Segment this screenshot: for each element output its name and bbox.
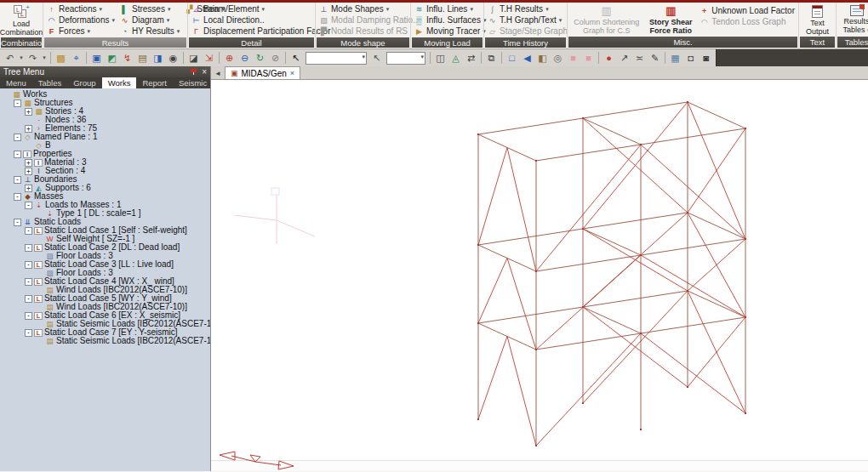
tree-item[interactable]: -⊥Boundaries	[0, 175, 210, 184]
mode-shapes-button[interactable]: ⊥Mode Shapes▾	[317, 3, 420, 14]
beam-member[interactable]	[583, 229, 641, 255]
model-canvas[interactable]	[211, 81, 868, 471]
diagram-button[interactable]: ∿Diagram▾	[118, 14, 181, 26]
tree-item[interactable]: -▦Structures	[0, 99, 210, 107]
th-graph-text-button[interactable]: ∿T.H Graph/Text▾	[486, 14, 569, 26]
th-results-button[interactable]: ∫T.H Results▾	[486, 3, 569, 14]
node-dot[interactable]	[582, 117, 584, 119]
undo-caret[interactable]: ▾	[18, 51, 25, 65]
collapse-icon[interactable]: -	[14, 176, 21, 184]
collapse-icon[interactable]: -	[14, 193, 21, 201]
pick-select-icon[interactable]: ↖	[369, 51, 384, 65]
node-dot[interactable]	[535, 270, 537, 272]
window-tile-icon[interactable]: ◫	[433, 51, 448, 65]
tree-item[interactable]: ∙Nodes : 36	[0, 116, 210, 124]
select-recent-icon[interactable]: ◉	[166, 51, 180, 65]
pin-icon[interactable]	[191, 69, 197, 75]
tree-item[interactable]: ▦Works	[0, 90, 210, 99]
beam-member[interactable]	[478, 229, 583, 245]
node-dot[interactable]	[745, 238, 746, 240]
collapse-icon[interactable]: -	[25, 202, 32, 209]
beam-element-button[interactable]: ⊿Beam/Element▾	[190, 3, 333, 14]
beam-member[interactable]	[583, 118, 641, 145]
collapse-icon[interactable]: -	[25, 278, 32, 286]
tree-tab-group[interactable]: Group	[67, 77, 101, 88]
displacement-participation-factor-button[interactable]: ΓDisplacement Participation Factor	[190, 26, 333, 37]
brace-member[interactable]	[478, 259, 507, 324]
dynamic-view-icon[interactable]: ↗	[617, 51, 631, 65]
expand-icon[interactable]: +	[25, 108, 32, 116]
node-dot[interactable]	[640, 144, 642, 145]
text-output-button[interactable]: Text Output	[801, 3, 834, 36]
node-dot[interactable]	[535, 349, 537, 350]
query-table-icon[interactable]: ▦	[668, 51, 682, 65]
select-window-icon[interactable]: ▣	[89, 51, 104, 65]
tree-close-icon[interactable]: ×	[202, 66, 207, 77]
shrink-icon[interactable]: ◀	[520, 51, 534, 65]
rotate-icon[interactable]: ↻	[253, 51, 267, 65]
iso-view-icon[interactable]: ◬	[448, 51, 463, 65]
tree-item[interactable]: +IMaterial : 3	[0, 158, 210, 167]
node-dot[interactable]	[687, 101, 688, 103]
brace-member[interactable]	[507, 148, 536, 272]
select-volume-icon[interactable]: ◨	[151, 51, 165, 65]
display-option-icon[interactable]: ■	[566, 51, 580, 65]
select-intersect-icon[interactable]: ↯	[120, 51, 134, 65]
forces-button[interactable]: FForces▾	[45, 26, 117, 37]
node-dot[interactable]	[687, 290, 688, 292]
collapse-icon[interactable]: -	[25, 329, 32, 337]
select-identity-icon[interactable]: ◪	[186, 51, 201, 65]
pointer-icon[interactable]: ↖	[288, 51, 303, 65]
display-option-alt-icon[interactable]: ■	[581, 51, 596, 65]
collapse-icon[interactable]: -	[25, 261, 32, 269]
tree-item[interactable]: ◇B	[0, 141, 210, 150]
lock-icon[interactable]: ◘	[683, 51, 698, 65]
tree-tab-menu[interactable]: Menu	[0, 77, 32, 88]
zoom-in-icon[interactable]: ⊕	[222, 51, 237, 65]
deformations-button[interactable]: ◠Deformations▾	[45, 14, 117, 26]
beam-member[interactable]	[688, 102, 745, 128]
tree-item[interactable]: +◭Supports : 6	[0, 184, 210, 192]
view-tab-midas-gen[interactable]: ▣ MIDAS/Gen ×	[225, 66, 300, 79]
brace-member[interactable]	[583, 102, 688, 229]
redo-caret[interactable]: ▾	[41, 51, 48, 65]
beam-member[interactable]	[688, 291, 745, 317]
node-dot[interactable]	[535, 445, 537, 446]
tree-item[interactable]: -◇Named Plane : 1	[0, 133, 210, 141]
results-tables-button[interactable]: Results Tables ▾	[838, 3, 868, 35]
expand-icon[interactable]: +	[25, 168, 32, 175]
expand-icon[interactable]: +	[25, 185, 32, 192]
node-dot[interactable]	[745, 412, 746, 414]
node-dot[interactable]	[477, 322, 479, 324]
active-view-combo[interactable]	[386, 52, 425, 65]
reactions-button[interactable]: ↑Reactions▾	[45, 3, 117, 14]
collapse-icon[interactable]: -	[14, 134, 21, 141]
tree-tab-tables[interactable]: Tables	[32, 77, 67, 88]
influence-surfaces-button[interactable]: ▒Influ. Surfaces▾	[413, 14, 488, 26]
column-shortening-graph-button[interactable]: ▥ Column Shortening Graph for C.S	[569, 3, 644, 35]
select-polygon-icon[interactable]: ◩	[105, 51, 119, 65]
perspective-icon[interactable]: ◎	[551, 51, 565, 65]
collapse-icon[interactable]: -	[25, 295, 32, 303]
beam-member[interactable]	[478, 118, 583, 134]
beam-member[interactable]	[641, 128, 745, 145]
redo-icon[interactable]: ↷	[26, 51, 40, 65]
brace-member[interactable]	[507, 337, 536, 446]
snap-icon[interactable]: ⌖	[69, 51, 83, 65]
node-dot[interactable]	[640, 254, 642, 256]
beam-member[interactable]	[688, 213, 745, 239]
tendon-loss-graph-button[interactable]: ◠Tendon Loss Graph	[698, 16, 797, 27]
brace-member[interactable]	[688, 317, 745, 387]
tree-tab-seismic[interactable]: Seismic	[173, 77, 213, 88]
unknown-load-factor-button[interactable]: +Unknown Load Factor	[698, 5, 797, 16]
tab-scroll-left-icon[interactable]: ◄	[213, 70, 225, 79]
collapse-icon[interactable]: -	[14, 100, 21, 107]
record-icon[interactable]: ●	[602, 51, 616, 65]
beam-member[interactable]	[478, 307, 583, 323]
brace-member[interactable]	[583, 291, 688, 403]
collapse-icon[interactable]: -	[14, 219, 21, 226]
node-dot[interactable]	[640, 333, 642, 334]
node-dot[interactable]	[582, 306, 584, 308]
tree-item[interactable]: ⇣Type 1 [ DL : scale=1 ]	[0, 209, 210, 218]
brace-member[interactable]	[507, 259, 536, 350]
